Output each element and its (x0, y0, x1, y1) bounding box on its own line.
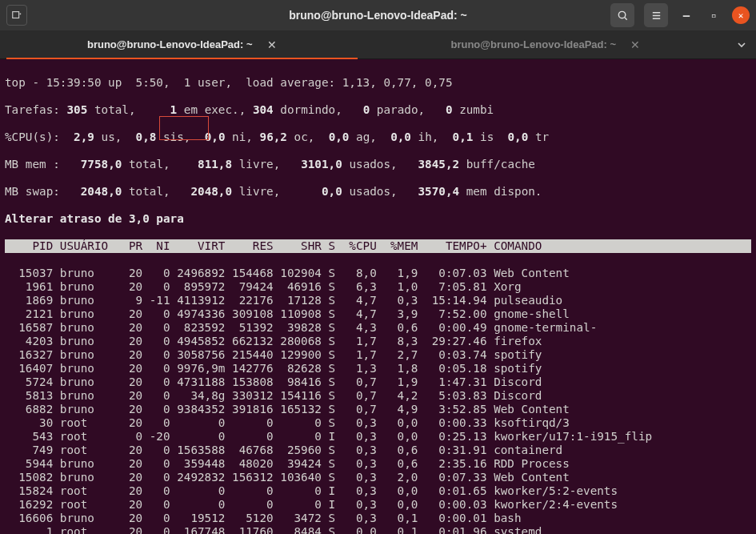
svg-point-1 (618, 11, 625, 18)
top-summary-line: top - 15:39:50 up 5:50, 1 user, load ave… (5, 76, 751, 90)
process-row: 16327 bruno 20 0 3058756 215440 129900 S… (5, 348, 751, 362)
process-row: 16292 root 20 0 0 0 0 I 0,3 0,0 0:00.03 … (5, 498, 751, 512)
top-prompt-line: Alterar atraso de 3,0 para (5, 212, 751, 226)
new-tab-button[interactable] (6, 5, 27, 26)
process-row: 30 root 20 0 0 0 0 S 0,3 0,0 0:00.33 kso… (5, 416, 751, 430)
process-table-header: PID USUÁRIO PR NI VIRT RES SHR S %CPU %M… (5, 239, 751, 253)
process-row: 1869 bruno 9 -11 4113912 22176 17128 S 4… (5, 294, 751, 307)
process-row: 4203 bruno 20 0 4945852 662132 280068 S … (5, 335, 751, 348)
process-row: 5724 bruno 20 0 4731188 153808 98416 S 0… (5, 375, 751, 389)
process-row: 5813 bruno 20 0 34,8g 330312 154116 S 0,… (5, 389, 751, 403)
process-row: 16407 bruno 20 0 9976,9m 142776 82628 S … (5, 362, 751, 375)
top-summary-line: Tarefas: 305 total, 1 em exec., 304 dorm… (5, 103, 751, 117)
process-row: 2121 bruno 20 0 4974336 309108 110908 S … (5, 307, 751, 321)
process-table-body: 15037 bruno 20 0 2496892 154468 102904 S… (5, 267, 751, 534)
top-summary-line: %CPU(s): 2,9 us, 0,8 sis, 0,0 ni, 96,2 o… (5, 130, 751, 144)
window-maximize-button[interactable] (705, 6, 722, 24)
top-summary-line: MB swap: 2048,0 total, 2048,0 livre, 0,0… (5, 185, 751, 199)
process-row: 15824 root 20 0 0 0 0 I 0,3 0,0 0:01.65 … (5, 484, 751, 498)
process-row: 15082 bruno 20 0 2492832 156312 103640 S… (5, 471, 751, 484)
process-row: 543 root 0 -20 0 0 0 I 0,3 0,0 0:25.13 k… (5, 430, 751, 444)
tab-label: bruno@bruno-Lenovo-IdeaPad: ~ (87, 38, 253, 50)
tab-close-icon[interactable]: ✕ (630, 38, 640, 51)
window-minimize-button[interactable] (678, 6, 695, 24)
process-row: 749 root 20 0 1563588 46768 25960 S 0,3 … (5, 444, 751, 457)
window-close-button[interactable] (732, 6, 750, 24)
tab-label: bruno@bruno-Lenovo-IdeaPad: ~ (450, 38, 616, 50)
process-row: 6882 bruno 20 0 9384352 391816 165132 S … (5, 403, 751, 416)
tab-bar: bruno@bruno-Lenovo-IdeaPad: ~ ✕ bruno@br… (0, 30, 756, 59)
tab-close-icon[interactable]: ✕ (267, 38, 277, 51)
process-row: 16587 bruno 20 0 823592 51392 39828 S 4,… (5, 321, 751, 335)
process-row: 15037 bruno 20 0 2496892 154468 102904 S… (5, 267, 751, 280)
process-row: 16606 bruno 20 0 19512 5120 3472 S 0,3 0… (5, 512, 751, 525)
search-button[interactable] (610, 3, 634, 27)
tab-inactive[interactable]: bruno@bruno-Lenovo-IdeaPad: ~ ✕ (364, 30, 728, 58)
top-summary-line: MB mem : 7758,0 total, 811,8 livre, 3101… (5, 158, 751, 171)
tab-active[interactable]: bruno@bruno-Lenovo-IdeaPad: ~ ✕ (0, 30, 364, 58)
window-titlebar: bruno@bruno-Lenovo-IdeaPad: ~ (0, 0, 756, 30)
process-row: 1 root 20 0 167748 11760 8484 S 0,0 0,1 … (5, 525, 751, 534)
terminal-viewport[interactable]: top - 15:39:50 up 5:50, 1 user, load ave… (0, 59, 756, 534)
tab-dropdown-button[interactable] (727, 30, 756, 58)
hamburger-menu-button[interactable] (644, 3, 668, 27)
process-row: 1961 bruno 20 0 895972 79424 46916 S 6,3… (5, 280, 751, 294)
process-row: 5944 bruno 20 0 359448 48020 39424 S 0,3… (5, 457, 751, 471)
